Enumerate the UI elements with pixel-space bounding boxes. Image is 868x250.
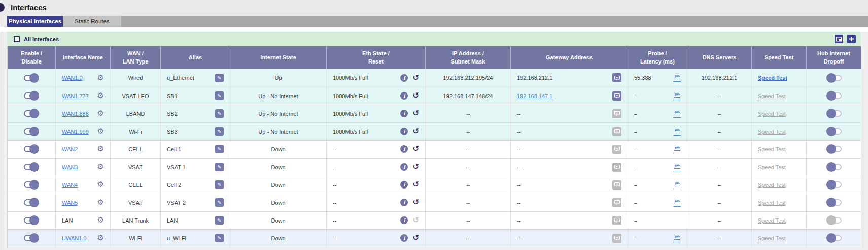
enable-toggle[interactable] (24, 146, 39, 152)
hub-internet-dropoff-toggle[interactable] (826, 164, 842, 170)
info-icon[interactable]: i (400, 145, 408, 153)
speed-test-link[interactable]: Speed Test (758, 200, 786, 206)
speed-test-link[interactable]: Speed Test (758, 164, 786, 170)
latency-chart-icon[interactable] (673, 181, 681, 189)
speed-test-link[interactable]: Speed Test (758, 217, 786, 224)
speed-test-link[interactable]: Speed Test (758, 235, 786, 241)
enable-toggle[interactable] (24, 128, 39, 135)
edit-alias-icon[interactable]: ✎ (215, 109, 224, 118)
settings-gear-icon[interactable]: ⚙ (97, 234, 104, 242)
dns-servers-cell: – (687, 105, 752, 122)
latency-chart-icon[interactable] (673, 74, 681, 82)
tab-physical-interfaces[interactable]: Physical Interfaces (7, 16, 63, 27)
latency-chart-icon[interactable] (673, 128, 681, 136)
edit-alias-icon[interactable]: ✎ (215, 91, 224, 100)
settings-gear-icon[interactable]: ⚙ (97, 74, 104, 82)
enable-toggle[interactable] (24, 164, 39, 170)
edit-alias-icon[interactable]: ✎ (215, 234, 224, 242)
reset-icon[interactable]: ↺ (412, 128, 419, 135)
speed-test-link[interactable]: Speed Test (758, 75, 787, 81)
interface-name-link[interactable]: WAN1.777 (62, 93, 89, 99)
settings-gear-icon[interactable]: ⚙ (97, 145, 104, 153)
speed-test-link[interactable]: Speed Test (758, 182, 786, 188)
add-icon[interactable] (847, 35, 856, 43)
reset-icon[interactable]: ↺ (412, 74, 419, 82)
info-icon[interactable]: i (400, 110, 408, 117)
interface-name-link[interactable]: WAN1.888 (62, 111, 89, 117)
folder-icon[interactable] (835, 35, 843, 43)
enable-toggle[interactable] (24, 217, 39, 224)
ping-gateway-icon (612, 198, 621, 207)
info-icon[interactable]: i (400, 128, 408, 135)
info-icon[interactable]: i (400, 163, 408, 171)
interface-name-link[interactable]: WAN5 (62, 200, 78, 206)
reset-icon[interactable]: ↺ (412, 163, 419, 171)
hub-internet-dropoff-toggle[interactable] (826, 128, 842, 135)
latency-chart-icon[interactable] (673, 234, 681, 242)
settings-gear-icon[interactable]: ⚙ (97, 128, 104, 135)
interface-name-link[interactable]: WAN2 (62, 146, 78, 152)
settings-gear-icon[interactable]: ⚙ (97, 92, 104, 100)
latency-chart-icon[interactable] (673, 145, 681, 153)
interface-name-link[interactable]: WAN4 (62, 182, 78, 188)
info-icon[interactable]: i (400, 181, 408, 189)
edit-alias-icon[interactable]: ✎ (215, 180, 224, 189)
edit-alias-icon[interactable]: ✎ (215, 127, 224, 136)
hub-internet-dropoff-toggle[interactable] (826, 235, 842, 241)
latency-chart-icon[interactable] (673, 110, 681, 118)
interface-name-link[interactable]: UWAN1.0 (62, 235, 87, 241)
info-icon[interactable]: i (400, 234, 408, 242)
gateway-address-link[interactable]: 192.168.147.1 (517, 93, 552, 99)
interface-name-link[interactable]: WAN1.999 (62, 129, 89, 135)
interface-name-link[interactable]: WAN3 (62, 164, 78, 170)
speed-test-link[interactable]: Speed Test (758, 111, 786, 117)
hub-dropoff-cell (807, 69, 861, 87)
settings-gear-icon[interactable]: ⚙ (97, 181, 104, 189)
edit-alias-icon[interactable]: ✎ (215, 163, 224, 171)
speed-test-link[interactable]: Speed Test (758, 93, 786, 99)
reset-icon[interactable]: ↺ (412, 199, 419, 206)
info-icon[interactable]: i (400, 216, 408, 224)
latency-chart-icon[interactable] (673, 163, 681, 171)
reset-icon[interactable]: ↺ (412, 145, 419, 153)
settings-gear-icon[interactable]: ⚙ (97, 216, 104, 224)
wan-lan-type-cell: LAN Trunk (111, 211, 161, 229)
probe-latency-cell: 55.388 (628, 69, 687, 87)
hub-internet-dropoff-toggle[interactable] (826, 92, 842, 99)
ping-gateway-icon[interactable] (612, 91, 621, 101)
reset-icon[interactable]: ↺ (412, 181, 419, 189)
enable-toggle[interactable] (24, 199, 39, 206)
edit-alias-icon[interactable]: ✎ (215, 145, 224, 153)
interface-name-link[interactable]: WAN1.0 (62, 75, 83, 81)
hub-internet-dropoff-toggle[interactable] (826, 110, 842, 117)
reset-icon[interactable]: ↺ (412, 110, 419, 117)
eth-state-cell: --i↺ (327, 211, 426, 229)
reset-icon[interactable]: ↺ (412, 92, 419, 100)
enable-toggle[interactable] (24, 75, 39, 81)
edit-alias-icon[interactable]: ✎ (215, 198, 224, 207)
settings-gear-icon[interactable]: ⚙ (97, 163, 104, 171)
all-interfaces-checkbox[interactable] (14, 36, 20, 42)
enable-toggle[interactable] (24, 235, 39, 241)
enable-toggle[interactable] (24, 110, 39, 117)
info-icon[interactable]: i (400, 74, 408, 82)
speed-test-link[interactable]: Speed Test (758, 129, 786, 135)
tab-static-routes[interactable]: Static Routes (63, 16, 121, 27)
edit-alias-icon[interactable]: ✎ (215, 74, 224, 82)
info-icon[interactable]: i (400, 199, 408, 206)
enable-toggle[interactable] (24, 181, 39, 188)
settings-gear-icon[interactable]: ⚙ (97, 199, 104, 206)
hub-internet-dropoff-toggle[interactable] (826, 181, 842, 188)
edit-alias-icon[interactable]: ✎ (215, 216, 224, 225)
reset-icon[interactable]: ↺ (412, 234, 419, 242)
enable-toggle[interactable] (24, 92, 39, 99)
latency-chart-icon[interactable] (673, 92, 681, 100)
hub-internet-dropoff-toggle[interactable] (826, 146, 842, 152)
latency-chart-icon[interactable] (673, 199, 681, 207)
ping-gateway-icon[interactable] (612, 73, 621, 82)
hub-internet-dropoff-toggle[interactable] (826, 199, 842, 206)
speed-test-link[interactable]: Speed Test (758, 146, 786, 152)
settings-gear-icon[interactable]: ⚙ (97, 110, 104, 117)
hub-internet-dropoff-toggle[interactable] (826, 75, 842, 81)
info-icon[interactable]: i (400, 92, 408, 100)
